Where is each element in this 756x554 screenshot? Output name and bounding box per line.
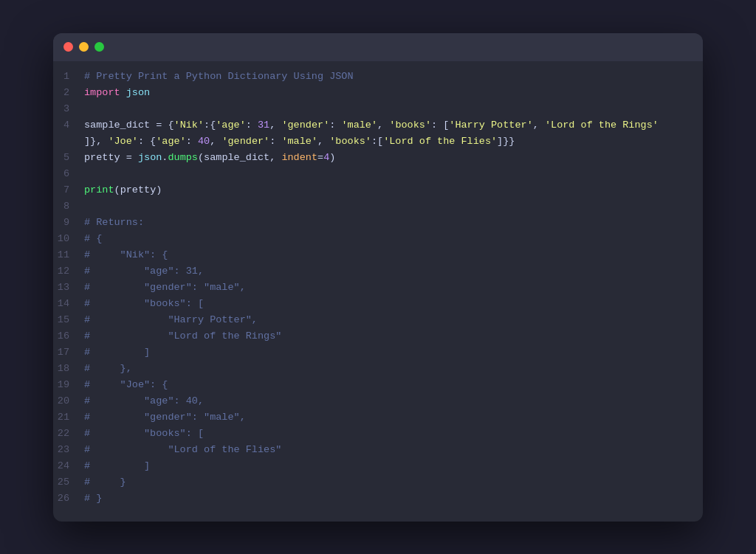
line-number: 13 (53, 280, 84, 296)
line-number: 2 (53, 85, 84, 101)
line-content: # "age": 31, (84, 263, 703, 280)
line-content (84, 198, 703, 215)
line-content: # Returns: (84, 215, 703, 231)
line-content: # "books": [ (84, 296, 703, 312)
line-number: 19 (53, 377, 84, 393)
titlebar (53, 33, 703, 61)
line-content: # "Nik": { (84, 247, 703, 263)
code-line: 8 (53, 198, 703, 215)
line-number: 4 (53, 117, 84, 134)
code-line: 20 # "age": 40, (53, 393, 703, 409)
code-line: 2 import json (53, 85, 703, 101)
line-number: 5 (53, 150, 84, 166)
line-number: 16 (53, 328, 84, 344)
minimize-button[interactable] (79, 42, 89, 52)
line-content: # }, (84, 361, 703, 377)
line-number: 11 (53, 247, 84, 263)
line-number: 18 (53, 361, 84, 377)
line-content: # } (84, 491, 703, 507)
code-line: 1 # Pretty Print a Python Dictionary Usi… (53, 69, 703, 85)
line-number: 22 (53, 426, 84, 442)
line-content: # ] (84, 458, 703, 474)
line-content (84, 166, 703, 182)
line-content: # "Lord of the Flies" (84, 442, 703, 458)
line-content: # "age": 40, (84, 393, 703, 409)
line-content: print(pretty) (84, 182, 703, 198)
close-button[interactable] (63, 42, 73, 52)
line-content: # "gender": "male", (84, 409, 703, 426)
code-line: 19 # "Joe": { (53, 377, 703, 393)
line-number: 21 (53, 409, 84, 426)
code-line: 10 # { (53, 231, 703, 247)
code-line: 9 # Returns: (53, 215, 703, 231)
line-number: 10 (53, 231, 84, 247)
code-line: 14 # "books": [ (53, 296, 703, 312)
line-content: # "books": [ (84, 426, 703, 442)
code-line: ]}, 'Joe': {'age': 40, 'gender': 'male',… (53, 134, 703, 150)
line-number: 12 (53, 263, 84, 280)
line-content: # "Joe": { (84, 377, 703, 393)
line-number: 1 (53, 69, 84, 85)
maximize-button[interactable] (94, 42, 104, 52)
line-content (84, 101, 703, 117)
code-line: 4 sample_dict = {'Nik':{'age': 31, 'gend… (53, 117, 703, 134)
line-content: sample_dict = {'Nik':{'age': 31, 'gender… (84, 117, 703, 134)
code-line: 5 pretty = json.dumps(sample_dict, inden… (53, 150, 703, 166)
line-number: 7 (53, 182, 84, 198)
line-number: 23 (53, 442, 84, 458)
line-number: 20 (53, 393, 84, 409)
line-content: # "Lord of the Rings" (84, 328, 703, 344)
line-number: 15 (53, 312, 84, 328)
code-line: 22 # "books": [ (53, 426, 703, 442)
code-line: 25 # } (53, 474, 703, 491)
line-number: 8 (53, 198, 84, 215)
code-line: 26 # } (53, 491, 703, 507)
line-content: # ] (84, 344, 703, 361)
line-number: 9 (53, 215, 84, 231)
code-line: 6 (53, 166, 703, 182)
code-line: 11 # "Nik": { (53, 247, 703, 263)
line-number: 14 (53, 296, 84, 312)
line-number: 24 (53, 458, 84, 474)
code-editor: 1 # Pretty Print a Python Dictionary Usi… (53, 61, 703, 522)
code-line: 21 # "gender": "male", (53, 409, 703, 426)
code-line: 16 # "Lord of the Rings" (53, 328, 703, 344)
line-content: # "gender": "male", (84, 280, 703, 296)
line-number (53, 134, 84, 150)
line-number: 6 (53, 166, 84, 182)
line-number: 25 (53, 474, 84, 491)
code-line: 17 # ] (53, 344, 703, 361)
line-content: # Pretty Print a Python Dictionary Using… (84, 69, 703, 85)
code-window: 1 # Pretty Print a Python Dictionary Usi… (53, 33, 703, 522)
line-number: 3 (53, 101, 84, 117)
line-number: 26 (53, 491, 84, 507)
line-content: # { (84, 231, 703, 247)
line-content: ]}, 'Joe': {'age': 40, 'gender': 'male',… (84, 134, 703, 150)
line-content: pretty = json.dumps(sample_dict, indent=… (84, 150, 703, 166)
line-content: # "Harry Potter", (84, 312, 703, 328)
code-line: 23 # "Lord of the Flies" (53, 442, 703, 458)
code-line: 18 # }, (53, 361, 703, 377)
code-line: 24 # ] (53, 458, 703, 474)
code-line: 13 # "gender": "male", (53, 280, 703, 296)
code-line: 15 # "Harry Potter", (53, 312, 703, 328)
line-content: import json (84, 85, 703, 101)
code-line: 3 (53, 101, 703, 117)
line-number: 17 (53, 344, 84, 361)
code-line: 7 print(pretty) (53, 182, 703, 198)
line-content: # } (84, 474, 703, 491)
code-line: 12 # "age": 31, (53, 263, 703, 280)
